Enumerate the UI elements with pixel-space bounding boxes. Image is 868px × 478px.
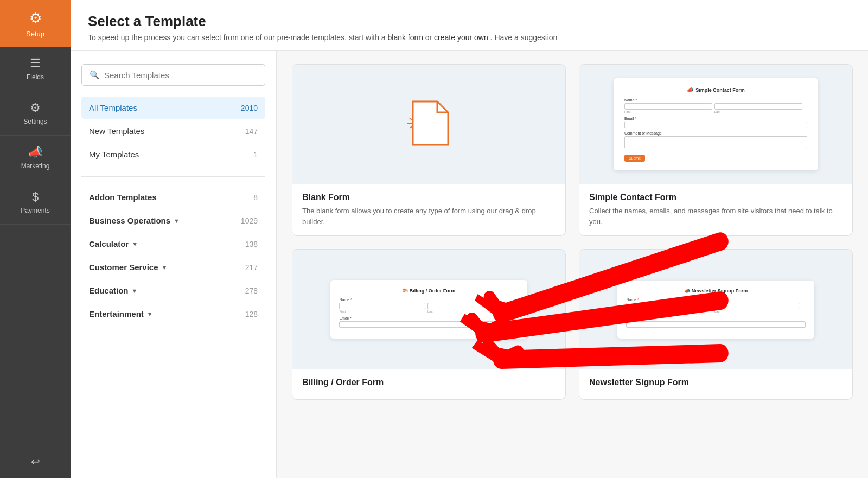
category-addon-label: Addon Templates <box>89 193 157 202</box>
newsletter-form-info: Newsletter Signup Form <box>579 369 852 399</box>
page-header: Select a Template To speed up the proces… <box>71 0 868 51</box>
sidebar: ⚙ Setup ☰ Fields ⚙ Settings 📣 Marketing … <box>0 0 71 478</box>
setup-icon: ⚙ <box>29 10 42 27</box>
category-education-label: Education <box>89 286 129 295</box>
nav-new-count: 147 <box>245 127 258 136</box>
chevron-down-icon-4: ▼ <box>132 288 138 294</box>
template-card-newsletter[interactable]: 📣 Newsletter Signup Form Name * First <box>579 249 853 400</box>
email-field-preview: Email * <box>624 117 807 128</box>
setup-label: Setup <box>26 30 44 38</box>
category-calculator-label: Calculator <box>89 239 129 248</box>
blank-form-desc: The blank form allows you to create any … <box>302 206 556 227</box>
category-entertainment[interactable]: Entertainment ▼ 128 <box>81 302 265 326</box>
nav-all-label: All Templates <box>89 103 137 112</box>
chevron-down-icon-2: ▼ <box>132 241 138 247</box>
category-business-label: Business Operations <box>89 216 170 225</box>
contact-preview-title: Simple Contact Form <box>695 87 745 93</box>
category-business[interactable]: Business Operations ▼ 1029 <box>81 209 265 232</box>
contact-form-info: Simple Contact Form Collect the names, e… <box>579 184 852 235</box>
nav-my-label: My Templates <box>89 150 139 159</box>
billing-form-info: Billing / Order Form <box>292 369 565 399</box>
blank-form-title: Blank Form <box>302 193 556 202</box>
category-addon-count: 8 <box>253 193 258 202</box>
newsletter-form-preview: 📣 Newsletter Signup Form Name * First <box>579 250 852 369</box>
blank-form-icon <box>407 99 451 150</box>
nav-my-count: 1 <box>253 150 258 159</box>
template-nav: All Templates 2010 New Templates 147 My … <box>81 97 265 165</box>
contact-form-desc: Collect the names, emails, and messages … <box>589 206 843 227</box>
contact-form-title: Simple Contact Form <box>589 193 843 202</box>
blank-form-preview <box>292 65 565 184</box>
blank-form-link[interactable]: blank form <box>388 33 423 42</box>
category-entertainment-count: 128 <box>245 310 258 318</box>
create-own-link[interactable]: create your own <box>434 33 488 42</box>
category-education[interactable]: Education ▼ 278 <box>81 279 265 302</box>
sidebar-item-fields[interactable]: ☰ Fields <box>0 47 71 91</box>
content-area: 🔍 All Templates 2010 New Templates 147 M… <box>71 51 868 478</box>
main-content: Select a Template To speed up the proces… <box>71 0 868 478</box>
billing-icon: 🛍 <box>403 288 408 294</box>
fields-label: Fields <box>27 73 44 81</box>
back-icon: ↩ <box>31 455 40 468</box>
sidebar-item-payments[interactable]: $ Payments <box>0 180 71 225</box>
billing-form-preview: 🛍 Billing / Order Form Name * First <box>292 250 565 369</box>
template-card-billing[interactable]: 🛍 Billing / Order Form Name * First <box>292 249 566 400</box>
newsletter-form-title: Newsletter Signup Form <box>589 378 843 387</box>
template-card-contact[interactable]: 📣 Simple Contact Form Name * First <box>579 64 853 236</box>
billing-form-mock: 🛍 Billing / Order Form Name * First <box>330 280 527 339</box>
settings-icon: ⚙ <box>30 101 41 115</box>
billing-form-title: Billing / Order Form <box>302 378 556 387</box>
nav-new-templates[interactable]: New Templates 147 <box>81 120 265 142</box>
comment-field-preview: Comment or Message <box>624 131 807 148</box>
submit-button-preview: Submit <box>624 155 645 162</box>
contact-icon: 📣 <box>687 87 693 93</box>
settings-label: Settings <box>23 118 47 125</box>
chevron-down-icon-3: ▼ <box>162 264 168 271</box>
search-box[interactable]: 🔍 <box>81 64 265 86</box>
chevron-down-icon: ▼ <box>174 218 180 224</box>
category-list: Addon Templates 8 Business Operations ▼ … <box>81 186 265 326</box>
sidebar-item-marketing[interactable]: 📣 Marketing <box>0 136 71 180</box>
header-description: To speed up the process you can select f… <box>88 33 851 42</box>
category-customer-service[interactable]: Customer Service ▼ 217 <box>81 256 265 279</box>
payments-icon: $ <box>32 190 39 204</box>
name-field-preview: Name * First Last <box>624 98 807 113</box>
blank-form-info: Blank Form The blank form allows you to … <box>292 184 565 235</box>
nav-all-templates[interactable]: All Templates 2010 <box>81 97 265 119</box>
category-business-count: 1029 <box>241 216 258 225</box>
category-customer-count: 217 <box>245 263 258 272</box>
chevron-down-icon-5: ▼ <box>147 311 153 317</box>
category-customer-label: Customer Service <box>89 263 158 272</box>
fields-icon: ☰ <box>30 56 41 71</box>
contact-form-mock: 📣 Simple Contact Form Name * First <box>614 78 818 170</box>
category-addon[interactable]: Addon Templates 8 <box>81 186 265 209</box>
category-calculator[interactable]: Calculator ▼ 138 <box>81 232 265 256</box>
search-icon: 🔍 <box>90 70 100 80</box>
nav-my-templates[interactable]: My Templates 1 <box>81 143 265 165</box>
template-sidebar: 🔍 All Templates 2010 New Templates 147 M… <box>71 51 277 478</box>
sidebar-item-back[interactable]: ↩ <box>0 445 71 478</box>
category-entertainment-label: Entertainment <box>89 309 144 318</box>
sidebar-item-setup[interactable]: ⚙ Setup <box>0 0 71 47</box>
newsletter-icon: 📣 <box>684 288 690 294</box>
page-title: Select a Template <box>88 13 851 30</box>
sidebar-item-settings[interactable]: ⚙ Settings <box>0 91 71 136</box>
marketing-icon: 📣 <box>28 145 43 160</box>
divider <box>81 176 265 177</box>
payments-label: Payments <box>21 207 49 214</box>
marketing-label: Marketing <box>21 162 50 170</box>
template-card-blank[interactable]: Blank Form The blank form allows you to … <box>292 64 566 236</box>
nav-all-count: 2010 <box>241 104 258 112</box>
category-calculator-count: 138 <box>245 240 258 248</box>
newsletter-form-mock: 📣 Newsletter Signup Form Name * First <box>617 281 814 339</box>
nav-new-label: New Templates <box>89 126 144 136</box>
search-input[interactable] <box>104 71 257 80</box>
category-education-count: 278 <box>245 286 258 295</box>
templates-grid: Blank Form The blank form allows you to … <box>277 51 868 478</box>
contact-form-preview: 📣 Simple Contact Form Name * First <box>579 65 852 184</box>
